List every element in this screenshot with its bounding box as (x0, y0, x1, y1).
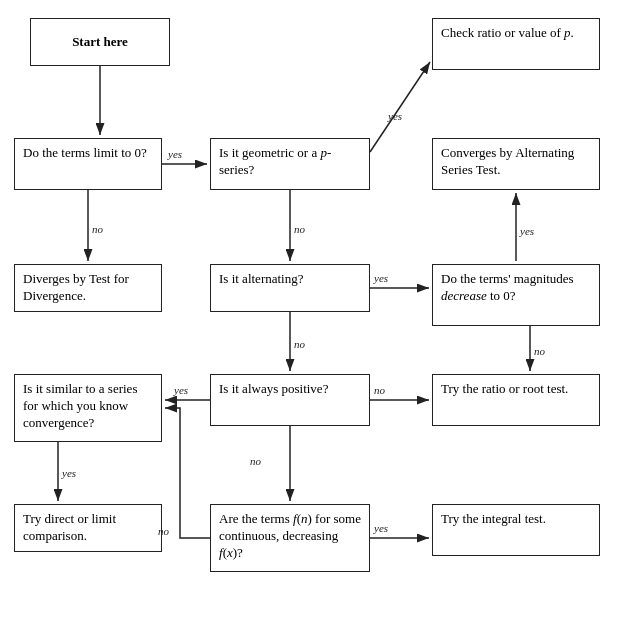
box-terms-magnitudes: Do the terms' magnitudes decrease to 0? (432, 264, 600, 326)
box-converges-alt: Converges by Alternating Series Test. (432, 138, 600, 190)
label-no-magnitudes-ratio: no (534, 345, 546, 357)
label-no-geo-alt: no (294, 223, 306, 235)
box-geometric-p: Is it geometric or a p-series? (210, 138, 370, 190)
box-always-positive: Is it always positive? (210, 374, 370, 426)
label-no-positive-ratio: no (374, 384, 386, 396)
label-yes-alt-magnitudes: yes (373, 272, 388, 284)
box-ratio-root: Try the ratio or root test. (432, 374, 600, 426)
box-check-ratio: Check ratio or value of p. (432, 18, 600, 70)
svg-line-4 (370, 62, 430, 152)
label-yes-similar-direct: yes (61, 467, 76, 479)
label-no-positive-termsfn: no (250, 455, 262, 467)
box-start: Start here (30, 18, 170, 66)
box-terms-limit: Do the terms limit to 0? (14, 138, 162, 190)
label-yes-terms-geometric: yes (167, 148, 182, 160)
flowchart: Start here Do the terms limit to 0? Dive… (0, 0, 625, 623)
label-yes-geo-check: yes (387, 110, 402, 122)
label-yes-positive-similar: yes (173, 384, 188, 396)
box-similar: Is it similar to a series for which you … (14, 374, 162, 442)
box-diverges: Diverges by Test for Divergence. (14, 264, 162, 312)
label-yes-magnitudes-converges: yes (519, 225, 534, 237)
label-yes-termsfn-integral: yes (373, 522, 388, 534)
label-no-terms-diverges: no (92, 223, 104, 235)
label-no-alt-positive: no (294, 338, 306, 350)
box-direct-limit: Try direct or limit comparison. (14, 504, 162, 552)
box-alternating: Is it alternating? (210, 264, 370, 312)
box-integral-test: Try the integral test. (432, 504, 600, 556)
box-terms-fn: Are the terms f(n) for some continuous, … (210, 504, 370, 572)
